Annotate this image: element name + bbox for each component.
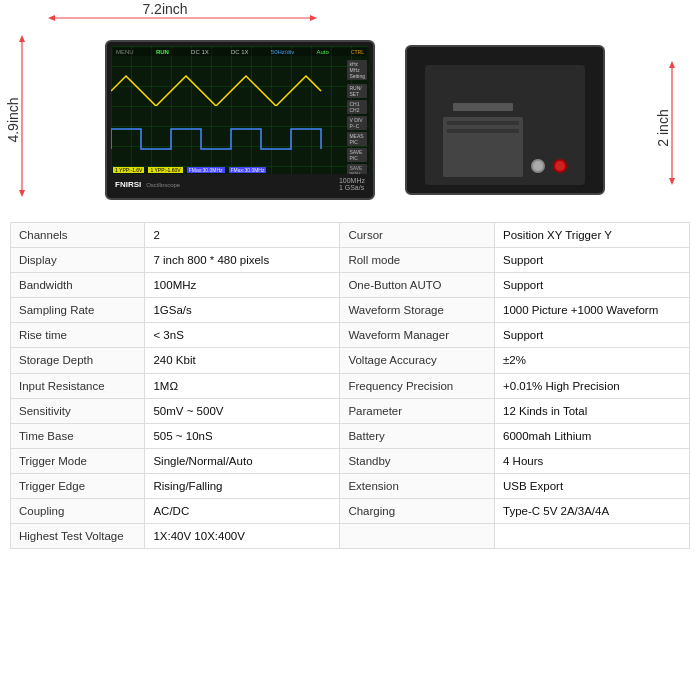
spec-label: Display (11, 248, 145, 273)
brand-label: FNIRSI (115, 180, 141, 189)
table-row: Display7 inch 800 * 480 pixelsRoll modeS… (11, 248, 690, 273)
spec-label: Bandwidth (11, 273, 145, 298)
table-row: Sampling Rate1GSa/sWaveform Storage1000 … (11, 298, 690, 323)
spec-value: 6000mah Lithium (495, 423, 690, 448)
device-subtitle: Oscilloscope (146, 182, 180, 188)
spec-label: One-Button AUTO (340, 273, 495, 298)
table-row: Input Resistance1MΩFrequency Precision+0… (11, 373, 690, 398)
specs-table: Channels2CursorPosition XY Trigger YDisp… (10, 222, 690, 549)
spec-label: Frequency Precision (340, 373, 495, 398)
spec-label: Trigger Mode (11, 448, 145, 473)
spec-value: Support (495, 273, 690, 298)
spec-value: Type-C 5V 2A/3A/4A (495, 499, 690, 524)
spec-label: Waveform Storage (340, 298, 495, 323)
spec-label: Cursor (340, 223, 495, 248)
table-row: Time Base505 ~ 10nSBattery6000mah Lithiu… (11, 423, 690, 448)
spec-label: Coupling (11, 499, 145, 524)
spec-value: 50mV ~ 500V (145, 398, 340, 423)
specs-section: Channels2CursorPosition XY Trigger YDisp… (10, 222, 690, 549)
spec-label: Roll mode (340, 248, 495, 273)
oscilloscope-front: MENU RUN DC 1X DC 1X 50Hz/div Auto CTRL … (105, 40, 375, 200)
device-images-section: 7.2inch 4.9inch 2 inch MENU RUN (0, 0, 700, 220)
spec-value: AC/DC (145, 499, 340, 524)
osc-bottom-bar: FNIRSI Oscilloscope 100MHz 1 GSa/s (111, 174, 369, 194)
spec-value: 4 Hours (495, 448, 690, 473)
table-row: Rise time< 3nSWaveform ManagerSupport (11, 323, 690, 348)
spec-value (495, 524, 690, 549)
spec-label: Voltage Accuracy (340, 348, 495, 373)
port-silver (531, 159, 545, 173)
spec-label: Rise time (11, 323, 145, 348)
spec-label: Storage Depth (11, 348, 145, 373)
spec-label: Waveform Manager (340, 323, 495, 348)
freq-label: 100MHz (339, 177, 365, 184)
devices-row: MENU RUN DC 1X DC 1X 50Hz/div Auto CTRL … (40, 40, 680, 200)
spec-label: Input Resistance (11, 373, 145, 398)
spec-value: 505 ~ 10nS (145, 423, 340, 448)
spec-label: Charging (340, 499, 495, 524)
spec-value: 100MHz (145, 273, 340, 298)
svg-marker-5 (19, 35, 25, 42)
spec-label: Highest Test Voltage (11, 524, 145, 549)
spec-value: 1X:40V 10X:400V (145, 524, 340, 549)
port-red (553, 159, 567, 173)
spec-value: 1GSa/s (145, 298, 340, 323)
spec-label: Parameter (340, 398, 495, 423)
table-row: Trigger ModeSingle/Normal/AutoStandby4 H… (11, 448, 690, 473)
spec-value: 2 (145, 223, 340, 248)
spec-value: < 3nS (145, 323, 340, 348)
table-row: Storage Depth240 KbitVoltage Accuracy±2% (11, 348, 690, 373)
spec-label: Trigger Edge (11, 473, 145, 498)
svg-marker-1 (48, 15, 55, 21)
table-row: Trigger EdgeRising/FallingExtensionUSB E… (11, 473, 690, 498)
spec-label: Battery (340, 423, 495, 448)
spec-value: 1000 Picture +1000 Waveform (495, 298, 690, 323)
table-row: CouplingAC/DCChargingType-C 5V 2A/3A/4A (11, 499, 690, 524)
osc-screen: MENU RUN DC 1X DC 1X 50Hz/div Auto CTRL … (111, 46, 369, 174)
table-row: Channels2CursorPosition XY Trigger Y (11, 223, 690, 248)
spec-value: Rising/Falling (145, 473, 340, 498)
spec-value: Support (495, 248, 690, 273)
spec-value: 7 inch 800 * 480 pixels (145, 248, 340, 273)
svg-text:4.9inch: 4.9inch (5, 97, 21, 142)
sample-label: 1 GSa/s (339, 184, 364, 191)
table-row: Highest Test Voltage1X:40V 10X:400V (11, 524, 690, 549)
svg-marker-6 (19, 190, 25, 197)
table-row: Bandwidth100MHzOne-Button AUTOSupport (11, 273, 690, 298)
spec-value: Position XY Trigger Y (495, 223, 690, 248)
osc-back-inner (425, 65, 585, 185)
spec-label: Sampling Rate (11, 298, 145, 323)
spec-value: 240 Kbit (145, 348, 340, 373)
svg-text:7.2inch: 7.2inch (142, 1, 187, 17)
table-row: Sensitivity50mV ~ 500VParameter12 Kinds … (11, 398, 690, 423)
wave-ch2 (111, 124, 331, 159)
spec-label: Standby (340, 448, 495, 473)
svg-marker-2 (310, 15, 317, 21)
spec-value: Support (495, 323, 690, 348)
spec-value: 1MΩ (145, 373, 340, 398)
oscilloscope-back (405, 45, 605, 195)
spec-value: USB Export (495, 473, 690, 498)
spec-value: +0.01% High Precision (495, 373, 690, 398)
spec-value: 12 Kinds in Total (495, 398, 690, 423)
spec-label (340, 524, 495, 549)
spec-label: Sensitivity (11, 398, 145, 423)
spec-label: Extension (340, 473, 495, 498)
spec-value: ±2% (495, 348, 690, 373)
spec-value: Single/Normal/Auto (145, 448, 340, 473)
spec-label: Channels (11, 223, 145, 248)
spec-label: Time Base (11, 423, 145, 448)
wave-ch1 (111, 71, 331, 106)
